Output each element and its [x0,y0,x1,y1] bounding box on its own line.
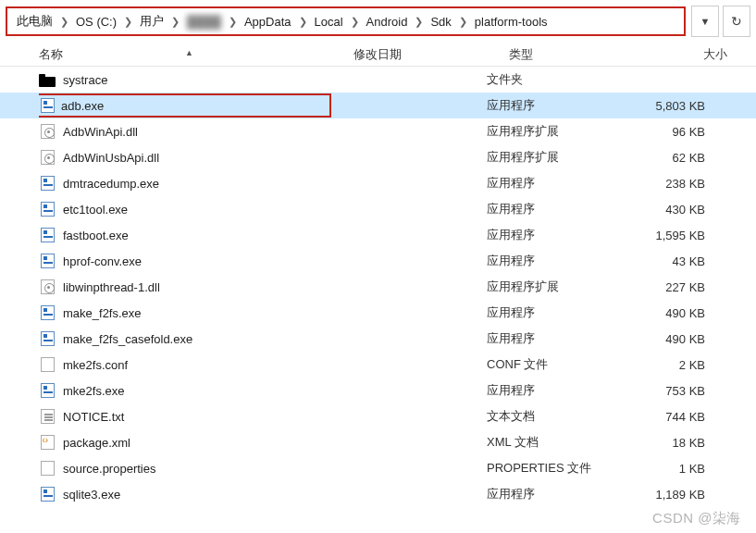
address-bar-area: 此电脑❯OS (C:)❯用户❯████❯AppData❯Local❯Androi… [0,0,756,43]
file-name: hprof-conv.exe [63,254,331,268]
file-row[interactable]: fastboot.exe应用程序1,595 KB [0,222,756,248]
file-row[interactable]: mke2fs.confCONF 文件2 KB [0,352,756,378]
file-row[interactable]: hprof-conv.exe应用程序43 KB [0,248,756,274]
file-type: 应用程序 [487,201,631,217]
file-type: 应用程序 [487,330,631,347]
exe-icon [39,175,56,192]
breadcrumb[interactable]: 此电脑❯OS (C:)❯用户❯████❯AppData❯Local❯Androi… [6,6,686,36]
column-headers: ▲ 名称 修改日期 类型 大小 [0,43,756,67]
chevron-right-icon: ❯ [229,16,237,28]
chevron-right-icon: ❯ [124,16,132,28]
dll-icon [39,149,56,166]
txt-icon [39,408,56,425]
file-row[interactable]: libwinpthread-1.dll应用程序扩展227 KB [0,274,756,300]
file-row[interactable]: make_f2fs_casefold.exe应用程序490 KB [0,326,756,352]
breadcrumb-item[interactable]: 此电脑 [17,13,53,30]
file-size: 1 KB [631,462,705,476]
file-name: make_f2fs.exe [63,306,331,320]
file-size: 62 KB [631,151,705,165]
file-size: 96 KB [631,125,705,139]
file-name: mke2fs.conf [63,358,331,372]
file-type: 应用程序扩展 [487,123,631,140]
file-row[interactable]: source.propertiesPROPERTIES 文件1 KB [0,455,756,481]
file-row[interactable]: dmtracedump.exe应用程序238 KB [0,170,756,196]
exe-icon [39,382,56,399]
breadcrumb-item[interactable]: Android [366,15,408,29]
file-row[interactable]: sqlite3.exe应用程序1,189 KB [0,481,756,507]
breadcrumb-item[interactable]: 用户 [140,13,164,30]
breadcrumb-item[interactable]: ████ [187,15,221,29]
exe-icon [39,304,56,321]
file-name: NOTICE.txt [63,410,331,424]
file-row[interactable]: package.xmlXML 文档18 KB [0,429,756,455]
file-type: 应用程序 [487,227,631,243]
file-name: source.properties [63,462,331,476]
file-icon [39,356,56,373]
file-type: 应用程序 [487,175,631,192]
column-header-size[interactable]: 大小 [653,46,727,63]
file-name: make_f2fs_casefold.exe [63,332,331,346]
file-size: 1,595 KB [631,229,705,242]
file-size: 18 KB [631,436,705,450]
exe-icon [39,486,56,502]
breadcrumb-dropdown[interactable]: ▼ [691,6,719,37]
column-header-date[interactable]: 修改日期 [353,46,509,63]
sort-indicator-icon: ▲ [185,48,193,57]
file-name: AdbWinUsbApi.dll [63,151,331,165]
chevron-right-icon: ❯ [351,16,359,28]
xml-icon [39,434,56,451]
file-row[interactable]: AdbWinApi.dll应用程序扩展96 KB [0,118,756,144]
breadcrumb-item[interactable]: AppData [244,15,291,29]
file-row[interactable]: AdbWinUsbApi.dll应用程序扩展62 KB [0,144,756,170]
file-type: XML 文档 [487,434,631,451]
file-size: 43 KB [631,254,705,268]
chevron-right-icon: ❯ [60,16,68,28]
file-type: 文件夹 [487,71,631,88]
exe-icon [39,227,56,243]
file-name: systrace [63,73,331,87]
file-name: adb.exe [61,99,104,113]
svg-rect-1 [39,77,56,87]
chevron-right-icon: ❯ [459,16,467,28]
chevron-right-icon: ❯ [299,16,307,28]
file-size: 430 KB [631,203,705,217]
highlighted-file: adb.exe [39,93,331,118]
file-name: libwinpthread-1.dll [63,280,331,294]
exe-icon [39,330,56,347]
file-size: 490 KB [631,306,705,320]
exe-icon [39,253,56,269]
refresh-button[interactable]: ↻ [723,6,750,37]
file-name: etc1tool.exe [63,203,331,217]
file-type: 应用程序扩展 [487,149,631,166]
file-type: 应用程序 [487,486,631,502]
file-name: AdbWinApi.dll [63,125,331,139]
file-row[interactable]: systrace文件夹 [0,67,756,93]
column-header-name[interactable]: 名称 [39,46,353,63]
file-row[interactable]: NOTICE.txt文本文档744 KB [0,403,756,429]
breadcrumb-item[interactable]: OS (C:) [76,15,117,29]
file-size: 490 KB [631,332,705,346]
file-icon [39,460,56,477]
file-name: package.xml [63,436,331,450]
file-row[interactable]: etc1tool.exe应用程序430 KB [0,196,756,222]
file-size: 5,803 KB [631,99,705,113]
breadcrumb-item[interactable]: Sdk [430,15,451,29]
folder-icon [39,71,56,88]
file-size: 2 KB [631,358,705,372]
file-row[interactable]: adb.exe应用程序5,803 KB [0,93,756,118]
file-row[interactable]: make_f2fs.exe应用程序490 KB [0,300,756,326]
file-size: 227 KB [631,280,705,294]
file-name: fastboot.exe [63,229,331,242]
file-row[interactable]: mke2fs.exe应用程序753 KB [0,378,756,403]
file-size: 753 KB [631,384,705,398]
breadcrumb-item[interactable]: platform-tools [475,15,548,29]
chevron-right-icon: ❯ [415,16,423,28]
exe-icon [39,97,56,114]
watermark: CSDN @柒海 [652,510,741,527]
file-type: PROPERTIES 文件 [487,460,631,477]
exe-icon [39,201,56,217]
breadcrumb-item[interactable]: Local [315,15,343,29]
dll-icon [39,123,56,140]
chevron-right-icon: ❯ [171,16,180,28]
column-header-type[interactable]: 类型 [509,46,653,63]
